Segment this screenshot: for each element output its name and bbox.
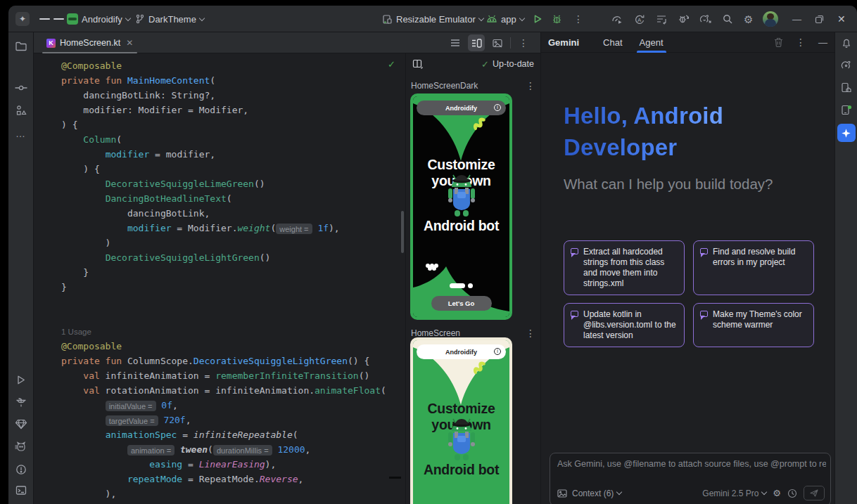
device-selector[interactable]: Resizable Emulator: [382, 6, 483, 32]
logcat-tool-icon[interactable]: [15, 441, 27, 453]
problems-tool-icon[interactable]: [15, 464, 27, 475]
debug-button[interactable]: [552, 6, 562, 32]
code-line[interactable]: }: [61, 265, 386, 280]
phone-app-title: Androidify: [445, 349, 477, 356]
code-line[interactable]: initialValue = 0f,: [61, 398, 386, 413]
gemini-input[interactable]: Ask Gemini, use @filename to attach sour…: [550, 453, 831, 504]
vcs-branch-selector[interactable]: DarkTheme: [135, 6, 204, 32]
run-tool-icon[interactable]: [15, 375, 26, 385]
build-tool-icon[interactable]: [15, 397, 27, 408]
code-line[interactable]: repeatMode = RepeatMode.Reverse,: [61, 472, 386, 486]
run-config-selector[interactable]: app: [486, 6, 524, 32]
preview-homescreen[interactable]: Androidify i Customize your own: [410, 337, 512, 504]
code-line[interactable]: private fun MainHomeContent(: [61, 73, 386, 88]
design-view-icon[interactable]: [489, 34, 506, 51]
gemini-tool-icon[interactable]: [837, 124, 856, 142]
suggestion-card[interactable]: Extract all hardcoded strings from this …: [564, 240, 685, 295]
code-line[interactable]: val infiniteAnimation = rememberInfinite…: [61, 368, 386, 383]
attach-debugger-button[interactable]: [678, 6, 690, 32]
code-line[interactable]: easing = LinearEasing),: [61, 457, 386, 472]
app-logo-icon[interactable]: ✦: [15, 6, 30, 32]
code-line[interactable]: modifier = Modifier.weight(weight = 1f),: [61, 221, 386, 235]
gemini-settings-icon[interactable]: ⚙: [773, 489, 781, 498]
code-line[interactable]: modifier = modifier,: [61, 147, 386, 162]
preview-options-icon[interactable]: ⋮: [526, 328, 535, 339]
code-line[interactable]: @Composable: [61, 339, 386, 354]
preview-status: ✓ Up-to-date: [481, 59, 534, 70]
editor-tab-homescreen[interactable]: K HomeScreen.kt ✕: [39, 32, 140, 53]
preview-layout-icon[interactable]: [412, 59, 423, 69]
code-line[interactable]: private fun ColumnScope.DecorativeSquigg…: [61, 354, 386, 368]
context-selector[interactable]: Context (6): [572, 489, 621, 498]
code-line[interactable]: ) {: [61, 162, 386, 176]
app-quality-insights-icon[interactable]: [15, 419, 27, 429]
code-line[interactable]: @Composable: [61, 58, 386, 73]
code-line[interactable]: ),: [61, 486, 386, 501]
run-more-actions-icon[interactable]: ⋮: [573, 6, 583, 32]
code-lines[interactable]: @Composableprivate fun MainHomeContent( …: [34, 58, 386, 501]
gradle-tool-icon[interactable]: [840, 60, 853, 70]
check-icon: ✓: [481, 59, 489, 70]
code-line[interactable]: modifier: Modifier = Modifier,: [61, 103, 386, 117]
settings-button[interactable]: ⚙: [744, 6, 753, 32]
code-line[interactable]: dancingBotLink,: [61, 206, 386, 221]
preview-options-icon[interactable]: ⋮: [526, 80, 535, 91]
code-line[interactable]: Column(: [61, 132, 386, 147]
code-line[interactable]: [61, 309, 386, 324]
tab-chat[interactable]: Chat: [595, 32, 630, 53]
tab-options-icon[interactable]: ⋮: [515, 34, 532, 51]
lets-go-button[interactable]: Let's Go: [431, 296, 492, 311]
suggestion-card[interactable]: Update kotlin in @libs.version.toml to t…: [564, 303, 685, 347]
history-icon[interactable]: [787, 489, 797, 498]
notifications-bell-icon[interactable]: [841, 37, 852, 49]
project-tool-icon[interactable]: [15, 41, 27, 52]
gemini-options-icon[interactable]: ⋮: [796, 37, 806, 48]
split-view-icon[interactable]: [468, 34, 485, 51]
project-selector[interactable]: Androidify: [67, 6, 130, 32]
code-view-icon[interactable]: [447, 34, 464, 51]
code-editor[interactable]: @Composableprivate fun MainHomeContent( …: [34, 53, 405, 504]
code-line[interactable]: DecorativeSquiggleLightGreen(): [61, 250, 386, 265]
send-button[interactable]: [804, 486, 825, 500]
code-line[interactable]: animationSpec = infiniteRepeatable(: [61, 427, 386, 442]
profiler-button[interactable]: [611, 6, 623, 32]
running-devices-icon[interactable]: [841, 105, 852, 115]
editor-scrollbar-thumb[interactable]: [401, 211, 404, 253]
code-line[interactable]: targetValue = 720f,: [61, 413, 386, 427]
terminal-tool-icon[interactable]: [15, 485, 27, 496]
code-line[interactable]: [61, 295, 386, 309]
tab-close-icon[interactable]: ✕: [126, 38, 133, 48]
gemini-minimize-icon[interactable]: —: [818, 37, 827, 48]
code-line[interactable]: animation = tween(durationMillis = 12000…: [61, 442, 386, 457]
code-line[interactable]: ): [61, 235, 386, 250]
window-minimize-button[interactable]: —: [792, 6, 801, 32]
build-variants-button[interactable]: [656, 6, 668, 32]
attach-image-icon[interactable]: [557, 489, 567, 498]
gradle-sync-button[interactable]: [699, 6, 712, 32]
model-selector[interactable]: Gemini 2.5 Pro: [702, 489, 766, 498]
code-line[interactable]: }: [61, 280, 386, 295]
tab-agent[interactable]: Agent: [631, 32, 672, 53]
apply-changes-button[interactable]: A: [634, 6, 646, 32]
structure-tool-icon[interactable]: [15, 105, 27, 116]
window-maximize-button[interactable]: [815, 6, 824, 32]
suggestion-card[interactable]: Make my Theme's color scheme warmer: [693, 303, 814, 347]
inspections-ok-icon[interactable]: ✓: [388, 59, 395, 70]
trash-icon[interactable]: [774, 37, 783, 47]
commit-tool-icon[interactable]: [15, 83, 27, 93]
code-line[interactable]: val rotationAnimation = infiniteAnimatio…: [61, 383, 386, 398]
code-line[interactable]: ) {: [61, 117, 386, 132]
phone-app-bar: Androidify i: [417, 344, 506, 359]
code-line[interactable]: DecorativeSquiggleLimeGreen(): [61, 176, 386, 191]
search-everywhere-button[interactable]: [722, 6, 733, 32]
device-manager-icon[interactable]: [841, 82, 852, 93]
run-button[interactable]: [533, 6, 542, 32]
avatar[interactable]: [763, 6, 778, 32]
code-line[interactable]: DancingBotHeadlineText(: [61, 191, 386, 206]
preview-homescreendark[interactable]: Androidify i Customize your own: [410, 93, 512, 320]
suggestion-card[interactable]: Find and resolve build errors in my proj…: [693, 240, 814, 295]
code-line[interactable]: 1 Usage: [61, 324, 386, 339]
more-tool-windows-icon[interactable]: …: [15, 128, 26, 139]
code-line[interactable]: dancingBotLink: String?,: [61, 88, 386, 103]
window-close-button[interactable]: ✕: [837, 6, 846, 32]
